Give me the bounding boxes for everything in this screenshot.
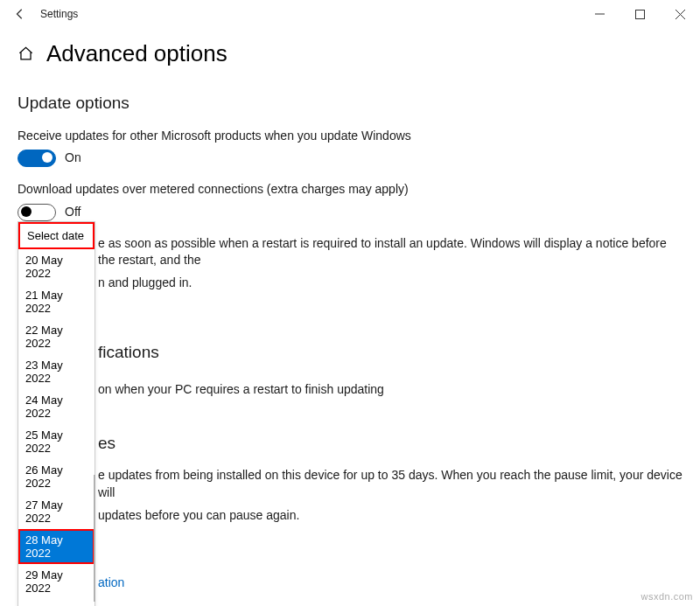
- pause-body-line2: updates before you can pause again.: [98, 507, 682, 525]
- dropdown-scrollbar[interactable]: [94, 475, 95, 602]
- option-receive-updates: Receive updates for other Microsoft prod…: [18, 128, 682, 168]
- pause-date-dropdown[interactable]: Select date 20 May 202221 May 202222 May…: [18, 221, 95, 606]
- restart-option-text-1: e as soon as possible when a restart is …: [98, 235, 682, 269]
- minimize-button[interactable]: [579, 0, 620, 28]
- dropdown-item[interactable]: 27 May 2022: [18, 494, 94, 529]
- window-title: Settings: [40, 8, 579, 20]
- dropdown-header[interactable]: Select date: [18, 222, 94, 249]
- dropdown-item[interactable]: 28 May 2022: [18, 529, 94, 564]
- dropdown-item[interactable]: 29 May 2022: [18, 564, 94, 599]
- back-button[interactable]: [0, 8, 40, 20]
- toggle-metered[interactable]: [18, 204, 56, 221]
- window-controls: [579, 0, 700, 28]
- notifications-heading-fragment: fications: [98, 341, 682, 365]
- option-label: Download updates over metered connection…: [18, 181, 682, 199]
- home-icon[interactable]: [18, 45, 34, 62]
- pause-heading-fragment: es: [98, 432, 682, 456]
- dropdown-item[interactable]: 23 May 2022: [18, 354, 94, 389]
- dropdown-item[interactable]: 26 May 2022: [18, 459, 94, 494]
- watermark: wsxdn.com: [640, 591, 693, 602]
- notifications-body-fragment: on when your PC requires a restart to fi…: [98, 381, 682, 399]
- dropdown-item[interactable]: 20 May 2022: [18, 249, 94, 284]
- option-label: Receive updates for other Microsoft prod…: [18, 128, 682, 145]
- pause-body-line1: e updates from being installed on this d…: [98, 467, 682, 501]
- close-button[interactable]: [660, 0, 700, 28]
- svg-rect-1: [635, 10, 644, 18]
- dropdown-item[interactable]: 30 May 2022: [18, 599, 94, 606]
- toggle-state-label: On: [65, 150, 81, 167]
- link-fragment[interactable]: ation: [98, 575, 124, 592]
- dropdown-item[interactable]: 25 May 2022: [18, 424, 94, 459]
- dropdown-item[interactable]: 22 May 2022: [18, 319, 94, 354]
- content: Update options Receive updates for other…: [0, 92, 700, 592]
- page-title: Advanced options: [46, 40, 228, 67]
- update-options-heading: Update options: [18, 92, 682, 115]
- maximize-button[interactable]: [620, 0, 660, 28]
- dropdown-item[interactable]: 21 May 2022: [18, 284, 94, 319]
- toggle-state-label: Off: [65, 204, 80, 221]
- restart-option-text-2: n and plugged in.: [98, 275, 682, 292]
- toggle-receive-updates[interactable]: [18, 150, 56, 167]
- page-header: Advanced options: [0, 28, 700, 85]
- option-metered: Download updates over metered connection…: [18, 181, 682, 221]
- dropdown-item[interactable]: 24 May 2022: [18, 389, 94, 424]
- titlebar: Settings: [0, 0, 700, 28]
